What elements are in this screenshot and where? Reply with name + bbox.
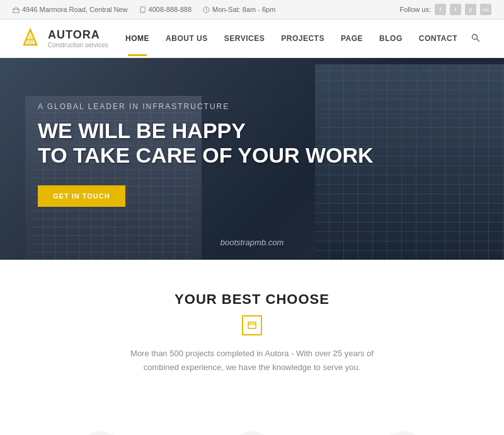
phone-text: 4008-888-888 xyxy=(149,6,192,13)
header: AUTORA Construction services HOME ABOUT … xyxy=(0,20,504,58)
hero-title-line1: WE WILL BE HAPPY xyxy=(38,119,246,142)
nav-about[interactable]: ABOUT US xyxy=(158,29,215,48)
hero-section: A GLOBAL LEADER IN INFRASTRUCTURE WE WIL… xyxy=(0,58,504,260)
svg-point-3 xyxy=(142,11,142,11)
top-bar: 4946 Marmora Road, Central New 4008-888-… xyxy=(0,0,504,20)
svg-rect-0 xyxy=(13,9,19,12)
address-text: 4946 Marmora Road, Central New xyxy=(22,6,128,13)
nav-projects[interactable]: PROJECTS xyxy=(273,29,332,48)
feature-ontime: ON TIME At our company, we respect the c… xyxy=(183,431,321,435)
svg-line-6 xyxy=(207,9,208,10)
logo-title: AUTORA xyxy=(48,28,108,42)
phone-item: 4008-888-888 xyxy=(139,6,192,13)
social-pinterest[interactable]: p xyxy=(465,4,476,15)
nav-contact[interactable]: CONTACT xyxy=(411,29,465,48)
home-icon xyxy=(13,6,20,13)
social-facebook[interactable]: f xyxy=(435,4,446,15)
feature-experienced: EXPERIENCED As the saying goes practice … xyxy=(334,431,472,435)
section-divider xyxy=(38,315,466,335)
hero-title-line2: TO TAKE CARE OF YOUR WORK xyxy=(38,143,374,167)
top-bar-left: 4946 Marmora Road, Central New 4008-888-… xyxy=(13,6,275,13)
hero-cta-button[interactable]: GET IN TOUCH xyxy=(38,185,125,207)
section-title: YOUR BEST CHOOSE xyxy=(38,291,466,308)
features-section: BEST QUALITY Autora Construction Service… xyxy=(0,419,504,435)
feature-experienced-icon-wrap xyxy=(378,431,428,435)
nav-blog[interactable]: BLOG xyxy=(372,29,410,48)
logo-icon xyxy=(19,27,42,50)
section-description: More than 500 projects completed in Auto… xyxy=(120,347,384,374)
nav-search-icon[interactable] xyxy=(466,28,485,49)
svg-line-12 xyxy=(477,38,480,42)
clock-icon xyxy=(203,6,210,13)
phone-icon xyxy=(139,6,146,13)
hours-item: Mon-Sat: 8am - 6pm xyxy=(203,6,275,13)
hours-text: Mon-Sat: 8am - 6pm xyxy=(212,6,275,13)
feature-ontime-icon-wrap xyxy=(227,431,277,435)
divider-icon xyxy=(242,315,262,335)
top-bar-right: Follow us: f t p rss xyxy=(399,4,491,15)
logo-text: AUTORA Construction services xyxy=(48,28,108,49)
nav-home[interactable]: HOME xyxy=(118,29,157,48)
follow-label: Follow us: xyxy=(399,6,431,13)
feature-quality: BEST QUALITY Autora Construction Service… xyxy=(32,431,170,435)
svg-point-11 xyxy=(472,34,478,39)
hero-title: WE WILL BE HAPPY TO TAKE CARE OF YOUR WO… xyxy=(38,119,466,168)
hero-watermark: bootstrapmb.com xyxy=(220,238,284,247)
hero-content: A GLOBAL LEADER IN INFRASTRUCTURE WE WIL… xyxy=(0,58,504,251)
social-rss[interactable]: rss xyxy=(480,4,491,15)
feature-quality-icon-wrap xyxy=(76,431,126,435)
logo-subtitle: Construction services xyxy=(48,42,108,49)
svg-marker-1 xyxy=(13,6,19,9)
logo: AUTORA Construction services xyxy=(19,27,108,50)
nav-services[interactable]: SERVICES xyxy=(217,29,272,48)
main-nav: HOME ABOUT US SERVICES PROJECTS PAGE BLO… xyxy=(118,28,485,49)
address-item: 4946 Marmora Road, Central New xyxy=(13,6,128,13)
best-choose-section: YOUR BEST CHOOSE More than 500 projects … xyxy=(0,260,504,419)
hero-subtitle: A GLOBAL LEADER IN INFRASTRUCTURE xyxy=(38,102,466,111)
svg-rect-13 xyxy=(248,322,256,328)
social-twitter[interactable]: t xyxy=(450,4,461,15)
nav-page[interactable]: PAGE xyxy=(333,29,370,48)
